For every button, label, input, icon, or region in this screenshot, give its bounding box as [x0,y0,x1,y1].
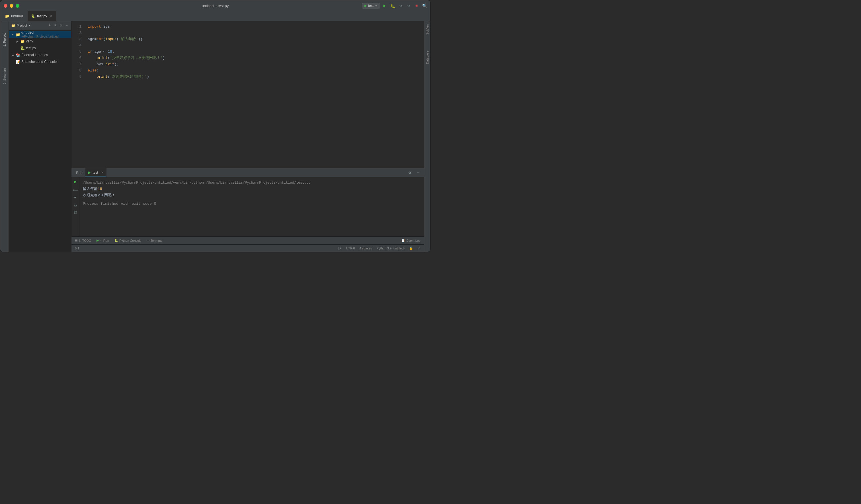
tree-arrow-venv [16,40,19,43]
minimize-button[interactable] [10,4,13,8]
run-tab-close[interactable]: ✕ [101,171,103,174]
left-sidebar-icons: 1: Project 2: Structure [0,21,9,252]
event-log-icon: 📋 [401,239,405,242]
project-dropdown-icon[interactable]: ▼ [28,24,31,27]
terminal-icon: ▭ [147,239,150,242]
project-header: 📁 Project ▼ ⊕ ≡ ⚙ − [9,21,71,30]
editor-tab-test-py[interactable]: 🐍 test.py ✕ [28,11,56,21]
right-sidebar: SciView Database [424,21,430,252]
tool-tab-event-log[interactable]: 📋 Event Log [399,237,423,244]
todo-label: 6: TODO [79,239,92,242]
titlebar: untitled – test.py ▶ test ▼ ▶ 🐛 ⊙ ⊘ ■ 🔍 [0,0,430,11]
run-input-line: 输入年龄18 [83,186,421,192]
python-console-icon: 🐍 [114,239,118,242]
run-process-msg: Process finished with exit code 0 [83,201,421,207]
project-title-label: Project [16,24,27,28]
profile-button[interactable]: ⊘ [405,2,412,9]
status-indent[interactable]: 4 spaces [358,246,373,250]
tree-external-libraries[interactable]: 📚 External Libraries [9,52,71,58]
settings-icon[interactable]: ⚙ [59,23,63,28]
run-tab-icon: ▶ [88,171,91,175]
root-folder-icon: 📁 [16,32,20,37]
tree-arrow-root [11,33,14,36]
tab-close-button[interactable]: ✕ [49,14,53,18]
editor-tab-label: test.py [37,14,47,18]
run-output-line1: 欢迎光临VIP网吧！ [83,192,421,199]
stop-button[interactable]: ■ [413,2,420,9]
file-tree: 📁 untitled ~/PycharmProjects/untitled 📁 … [9,30,71,252]
run-label: Run: [74,171,85,175]
toolbar-right: ▶ test ▼ ▶ 🐛 ⊙ ⊘ ■ 🔍 [362,2,428,9]
scratches-icon: 📝 [16,60,20,64]
tool-tab-python-console[interactable]: 🐍 Python Console [112,237,144,244]
scratches-label: Scratches and Consoles [21,60,58,64]
run-tab-bar: Run: ▶ test ✕ ⚙ − [71,168,424,177]
debug-button[interactable]: 🐛 [389,2,396,9]
project-tab[interactable]: 📁 untitled [0,11,28,21]
run-print-icon[interactable]: 🖨 [72,202,79,208]
status-right: LF UTF-8 4 spaces Python 3.9 (untitled) … [337,246,422,250]
todo-icon: ☰ [75,239,78,242]
collapse-icon[interactable]: ≡ [53,23,57,28]
run-trash-icon[interactable]: 🗑 [72,209,79,216]
run-scroll-icon[interactable]: ≡ [72,194,79,201]
main-window: untitled – test.py ▶ test ▼ ▶ 🐛 ⊙ ⊘ ■ 🔍 … [0,0,430,252]
tree-venv-folder[interactable]: 📁 venv [9,38,71,45]
python-console-label: Python Console [119,239,141,242]
status-line-col-label: 6:1 [75,247,79,250]
tree-root-folder[interactable]: 📁 untitled ~/PycharmProjects/untitled [9,31,71,38]
status-warning-icon: ⚠ [416,246,422,250]
status-line-col: 6:1 [74,247,80,250]
right-panel-database[interactable]: Database [426,49,429,66]
run-stop-icon[interactable]: ⟸ [72,187,79,193]
code-editor[interactable]: 1 2 3 4 5 6 7 8 9 import sys age=int(inp… [71,21,424,168]
run-button[interactable]: ▶ [381,2,388,9]
editor-tabs: 🐍 test.py ✕ [28,11,430,21]
tool-tab-run[interactable]: ▶ 4: Run [94,237,111,244]
status-line-ending[interactable]: LF [337,246,343,250]
top-tab-bar: 📁 untitled 🐍 test.py ✕ [0,11,430,21]
project-folder-icon: 📁 [5,14,10,18]
sidebar-item-structure[interactable]: 2: Structure [3,66,6,86]
close-panel-icon[interactable]: − [64,23,69,28]
ext-lib-icon: 📚 [16,53,20,57]
status-encoding[interactable]: UTF-8 [345,246,356,250]
coverage-button[interactable]: ⊙ [397,2,404,9]
run-tab-test[interactable]: ▶ test ✕ [85,168,106,177]
run-input-value: 18 [98,187,102,191]
run-output: /Users/biancaellis/PycharmProjects/untit… [79,177,424,236]
status-bar: 6:1 LF UTF-8 4 spaces Python 3.9 (untitl… [71,244,424,252]
run-sidebar: ▶ ⟸ ≡ 🖨 🗑 [71,177,79,236]
right-panel-sciview[interactable]: SciView [426,21,429,37]
venv-label: venv [26,39,33,43]
locate-icon[interactable]: ⊕ [47,23,52,28]
ext-lib-label: External Libraries [21,53,48,57]
project-tab-label: untitled [11,14,23,18]
line-numbers: 1 2 3 4 5 6 7 8 9 [71,21,84,168]
sidebar-item-project[interactable]: 1: Project [3,31,6,49]
status-python[interactable]: Python 3.9 (untitled) [375,246,406,250]
project-header-icons: ⊕ ≡ ⚙ − [47,23,69,28]
run-panel-close-icon[interactable]: − [415,169,422,176]
editor-area: 1 2 3 4 5 6 7 8 9 import sys age=int(inp… [71,21,424,252]
tool-tab-todo[interactable]: ☰ 6: TODO [72,237,94,244]
close-button[interactable] [4,4,8,8]
root-folder-label: untitled ~/PycharmProjects/untitled [21,30,71,38]
main-area: 1: Project 2: Structure 📁 Project ▼ ⊕ ≡ … [0,21,430,252]
run-config-button[interactable]: ▶ test ▼ [362,3,380,9]
run-rerun-icon[interactable]: ▶ [72,178,79,185]
project-panel: 📁 Project ▼ ⊕ ≡ ⚙ − 📁 untitled [9,21,71,252]
tree-test-py[interactable]: 🐍 test.py [9,45,71,52]
maximize-button[interactable] [16,4,19,8]
run-config-icon: ▶ [365,4,367,8]
run-prompt-text: 输入年龄 [83,187,98,191]
tree-scratches[interactable]: 📝 Scratches and Consoles [9,58,71,65]
traffic-lights [4,4,19,8]
window-title: untitled – test.py [202,4,229,8]
run-settings-icon[interactable]: ⚙ [406,169,413,176]
run-panel: Run: ▶ test ✕ ⚙ − ▶ ⟸ [71,168,424,236]
terminal-label: Terminal [151,239,163,242]
code-content[interactable]: import sys age=int(input('输入年龄')) if age… [84,21,424,168]
search-button[interactable]: 🔍 [421,2,428,9]
tool-tab-terminal[interactable]: ▭ Terminal [144,237,165,244]
